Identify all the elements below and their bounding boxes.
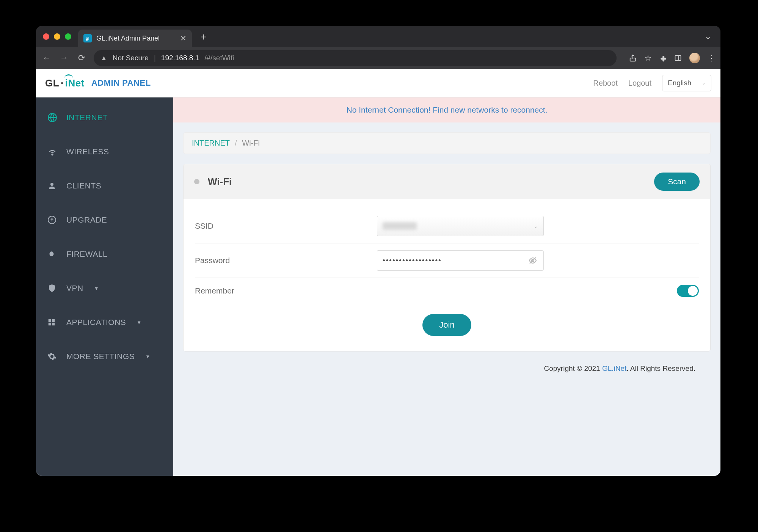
scan-button[interactable]: Scan [654,173,700,191]
window-close-icon[interactable] [43,33,49,40]
profile-avatar[interactable] [689,53,700,63]
not-secure-icon: ▲ [100,54,107,62]
sidebar-item-label: INTERNET [66,113,108,122]
svg-point-5 [50,183,53,186]
wifi-panel-title: Wi-Fi [208,176,232,188]
globe-icon [47,113,58,122]
ssid-value-redacted [383,222,417,230]
new-tab-button[interactable]: ＋ [199,30,209,43]
sidebar-item-firewall[interactable]: FIREWALL [36,237,173,271]
svg-rect-10 [52,323,55,325]
tabs-overflow-icon[interactable]: ⌄ [705,31,711,41]
remember-row: Remember [195,278,699,304]
admin-panel-label: ADMIN PANEL [91,78,151,88]
sidebar-item-label: MORE SETTINGS [66,352,135,361]
sidebar-item-label: CLIENTS [66,181,101,190]
alert-text: No Internet Connection! Find new network… [347,105,548,115]
app-header: GL·iNet ADMIN PANEL Reboot Logout Englis… [36,69,720,97]
caret-down-icon: ▼ [145,354,150,359]
tab-close-icon[interactable]: ✕ [180,34,187,43]
page-content: GL·iNet ADMIN PANEL Reboot Logout Englis… [36,69,720,476]
sidebar-item-upgrade[interactable]: UPGRADE [36,203,173,237]
svg-rect-8 [52,319,55,322]
browser-menu-icon[interactable]: ⋮ [708,53,715,63]
brand-logo: GL·iNet [45,77,85,89]
user-icon [47,181,58,190]
share-icon[interactable] [629,54,637,62]
wifi-icon [47,147,58,157]
nav-reload-icon[interactable]: ⟳ [76,53,87,63]
address-separator: | [154,54,156,62]
wifi-panel: Wi-Fi Scan SSID ⌄ [183,164,711,352]
window-controls [43,33,71,40]
sidebar-item-wireless[interactable]: WIRELESS [36,135,173,169]
not-secure-label: Not Secure [113,54,149,62]
password-label: Password [195,256,377,265]
wifi-form: SSID ⌄ Password [184,199,710,351]
browser-tab[interactable]: gl GL.iNet Admin Panel ✕ [78,30,192,47]
remember-toggle[interactable] [677,285,699,297]
sidebar-item-label: WIRELESS [66,147,109,156]
footer-rights: . All Rights Reserved. [626,364,695,372]
extensions-icon[interactable] [659,54,667,62]
browser-toolbar: ← → ⟳ ▲ Not Secure | 192.168.8.1/#/setWi… [36,47,720,69]
window-minimize-icon[interactable] [54,33,60,40]
reboot-link[interactable]: Reboot [593,79,618,88]
gear-icon [47,352,58,361]
breadcrumb: INTERNET / Wi-Fi [183,132,711,154]
browser-titlebar: gl GL.iNet Admin Panel ✕ ＋ ⌄ [36,26,720,47]
ssid-row: SSID ⌄ [195,209,699,243]
language-value: English [668,79,691,87]
password-input[interactable] [377,250,522,271]
upgrade-icon [47,215,58,224]
panel-icon[interactable] [674,54,682,62]
shield-icon [47,284,58,293]
svg-rect-1 [675,55,681,60]
breadcrumb-current: Wi-Fi [242,139,260,147]
apps-icon [47,318,58,326]
password-field-wrap [377,250,544,271]
ssid-select[interactable]: ⌄ [377,216,544,236]
browser-window: gl GL.iNet Admin Panel ✕ ＋ ⌄ ← → ⟳ ▲ Not… [36,26,720,476]
sidebar-item-vpn[interactable]: VPN ▼ [36,271,173,305]
sidebar-item-clients[interactable]: CLIENTS [36,169,173,203]
app-body: INTERNET WIRELESS CLIENTS [36,97,720,476]
footer-copyright: Copyright © 2021 [544,364,602,372]
remember-label: Remember [195,286,234,295]
nav-back-icon[interactable]: ← [41,53,52,63]
footer-brand-link[interactable]: GL.iNet [602,364,626,372]
breadcrumb-root[interactable]: INTERNET [192,139,230,147]
sidebar-item-label: VPN [66,284,83,293]
sidebar-item-internet[interactable]: INTERNET [36,100,173,135]
join-row: Join [195,304,699,336]
logout-link[interactable]: Logout [628,79,651,88]
chevron-down-icon: ⌄ [534,223,538,229]
main-area: No Internet Connection! Find new network… [173,97,720,476]
wifi-panel-header: Wi-Fi Scan [184,164,710,199]
toolbar-right: ☆ ⋮ [629,53,715,63]
svg-rect-9 [49,323,51,325]
language-select[interactable]: English ⌄ [662,75,711,91]
tab-title: GL.iNet Admin Panel [96,35,176,42]
no-internet-alert: No Internet Connection! Find new network… [173,97,720,122]
logo-part-2: iNet [65,77,85,89]
sidebar-item-applications[interactable]: APPLICATIONS ▼ [36,305,173,339]
footer: Copyright © 2021 GL.iNet. All Rights Res… [183,352,711,386]
svg-rect-7 [49,319,51,322]
address-host: 192.168.8.1 [161,54,199,62]
password-visibility-toggle[interactable] [522,250,544,271]
address-bar[interactable]: ▲ Not Secure | 192.168.8.1/#/setWifi [94,50,617,66]
join-button[interactable]: Join [422,314,471,336]
wifi-status-dot-icon [194,179,199,184]
sidebar-item-label: FIREWALL [66,250,107,259]
window-maximize-icon[interactable] [65,33,71,40]
nav-forward-icon[interactable]: → [59,53,69,63]
sidebar-item-label: UPGRADE [66,215,107,224]
sidebar-item-label: APPLICATIONS [66,318,126,327]
chevron-down-icon: ⌄ [702,80,706,86]
breadcrumb-separator: / [235,139,237,147]
bookmark-star-icon[interactable]: ☆ [645,53,651,63]
firewall-icon [47,249,58,259]
sidebar-item-more-settings[interactable]: MORE SETTINGS ▼ [36,339,173,373]
svg-point-4 [52,154,53,155]
